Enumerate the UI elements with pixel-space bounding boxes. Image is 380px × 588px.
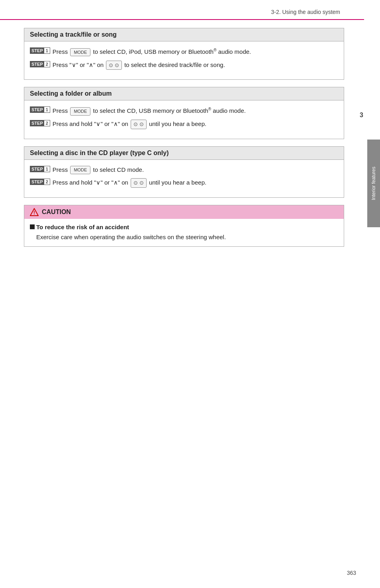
section-title-folder: Selecting a folder or album <box>24 87 344 100</box>
track-ctrl: ⊙ ⊙ <box>131 178 147 188</box>
caution-title: CAUTION <box>42 208 71 216</box>
step-row: STEP 1 Press MODE to select CD, iPod, US… <box>30 47 338 57</box>
step-1-text: Press MODE to select CD mode. <box>53 165 338 175</box>
step-badge-1: STEP 1 <box>30 106 50 113</box>
right-tab: Interior features <box>367 140 380 227</box>
step-1-text: Press MODE to select CD, iPod, USB memor… <box>53 47 338 57</box>
header-text: 3-2. Using the audio system <box>271 9 340 15</box>
page-header: 3-2. Using the audio system <box>0 0 380 20</box>
caution-text: Exercise care when operating the audio s… <box>36 233 338 242</box>
section-folder-album: Selecting a folder or album STEP 1 Press… <box>24 87 344 139</box>
step-badge-2: STEP 2 <box>30 120 50 126</box>
step-row: STEP 1 Press MODE to select CD mode. <box>30 165 338 175</box>
step-row: STEP 2 Press "∨" or "∧" on ⊙ ⊙ to select… <box>30 61 338 70</box>
step-row: STEP 2 Press and hold "∨" or "∧" on ⊙ ⊙ … <box>30 120 338 129</box>
caution-header: ! CAUTION <box>24 205 344 219</box>
section-body-track: STEP 1 Press MODE to select CD, iPod, US… <box>24 41 344 79</box>
section-body-disc: STEP 1 Press MODE to select CD mode. STE… <box>24 160 344 197</box>
section-disc-cd: Selecting a disc in the CD player (type … <box>24 146 344 198</box>
step-badge-1: STEP 1 <box>30 47 50 54</box>
page-number: 363 <box>347 570 356 576</box>
black-square-icon <box>30 224 35 229</box>
track-ctrl: ⊙ ⊙ <box>131 120 147 129</box>
mode-button: MODE <box>70 166 90 174</box>
mode-button: MODE <box>70 48 90 57</box>
step-badge-2: STEP 2 <box>30 61 50 67</box>
mode-button: MODE <box>70 107 90 116</box>
step-1-text: Press MODE to select the CD, USB memory … <box>53 106 338 116</box>
step-row: STEP 1 Press MODE to select the CD, USB … <box>30 106 338 116</box>
caution-triangle-icon: ! <box>30 208 39 216</box>
step-2-text: Press and hold "∨" or "∧" on ⊙ ⊙ until y… <box>53 120 338 129</box>
step-2-text: Press and hold "∨" or "∧" on ⊙ ⊙ until y… <box>53 178 338 188</box>
step-2-text: Press "∨" or "∧" on ⊙ ⊙ to select the de… <box>53 61 338 70</box>
chapter-number: 3 <box>360 112 363 119</box>
track-ctrl: ⊙ ⊙ <box>106 61 122 70</box>
section-track-file-song: Selecting a track/file or song STEP 1 Pr… <box>24 28 344 80</box>
section-title-disc: Selecting a disc in the CD player (type … <box>24 147 344 160</box>
step-badge-1: STEP 1 <box>30 166 50 172</box>
step-badge-2: STEP 2 <box>30 179 50 185</box>
section-title-track: Selecting a track/file or song <box>24 28 344 41</box>
caution-subtitle: To reduce the risk of an accident <box>30 224 338 230</box>
svg-text:!: ! <box>33 210 35 216</box>
caution-body: To reduce the risk of an accident Exerci… <box>24 219 344 247</box>
section-body-folder: STEP 1 Press MODE to select the CD, USB … <box>24 100 344 138</box>
caution-box: ! CAUTION To reduce the risk of an accid… <box>24 205 344 247</box>
step-row: STEP 2 Press and hold "∨" or "∧" on ⊙ ⊙ … <box>30 178 338 188</box>
